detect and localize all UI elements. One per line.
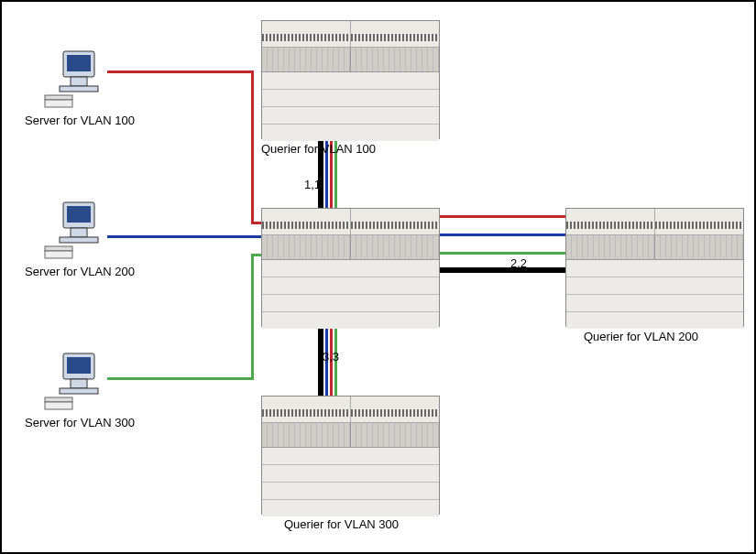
svg-rect-3 <box>60 86 98 92</box>
svg-rect-1 <box>67 55 91 71</box>
switch-top <box>261 20 440 139</box>
svg-rect-7 <box>67 206 91 223</box>
svg-rect-5 <box>45 100 72 107</box>
svg-rect-15 <box>60 388 98 394</box>
vlan200-line <box>107 235 272 238</box>
server-vlan300: Server for VLAN 300 <box>43 350 116 423</box>
svg-rect-14 <box>71 379 87 388</box>
svg-rect-17 <box>45 402 72 409</box>
vlan200-line <box>437 234 575 236</box>
link-label-right: 2,2 <box>510 256 527 270</box>
switch-top-label: Querier for VLAN 100 <box>261 142 376 156</box>
server-icon <box>43 199 116 263</box>
svg-rect-8 <box>71 228 87 237</box>
switch-bottom-label: Querier for VLAN 300 <box>284 517 399 531</box>
server-label: Server for VLAN 200 <box>25 265 162 278</box>
vlan100-line <box>107 71 254 73</box>
link-label-bottom: 3,3 <box>323 350 339 364</box>
vlan300-line <box>437 252 575 255</box>
switch-right <box>565 208 744 327</box>
server-label: Server for VLAN 300 <box>25 416 162 429</box>
vlan300-line <box>251 254 254 380</box>
svg-rect-2 <box>71 77 87 86</box>
svg-rect-4 <box>45 95 72 100</box>
diagram-canvas: 1,1 2,2 3,3 Server for VLAN 100 Server f… <box>0 0 756 554</box>
svg-rect-13 <box>67 357 91 374</box>
switch-center <box>261 208 440 327</box>
vlan100-line <box>437 215 575 218</box>
link-label-top: 1,1 <box>304 178 321 191</box>
server-icon <box>43 350 116 414</box>
server-vlan200: Server for VLAN 200 <box>43 199 116 272</box>
vlan300-line <box>107 377 254 380</box>
server-icon <box>43 48 116 112</box>
server-vlan100: Server for VLAN 100 <box>43 48 116 121</box>
svg-rect-10 <box>45 246 72 251</box>
switch-right-label: Querier for VLAN 200 <box>584 330 698 343</box>
switch-bottom <box>261 396 440 515</box>
server-label: Server for VLAN 100 <box>25 114 162 127</box>
trunk-line-right <box>437 267 575 273</box>
vlan100-line <box>251 71 254 222</box>
svg-rect-9 <box>60 237 98 243</box>
svg-rect-16 <box>45 397 72 402</box>
svg-rect-11 <box>45 251 72 258</box>
